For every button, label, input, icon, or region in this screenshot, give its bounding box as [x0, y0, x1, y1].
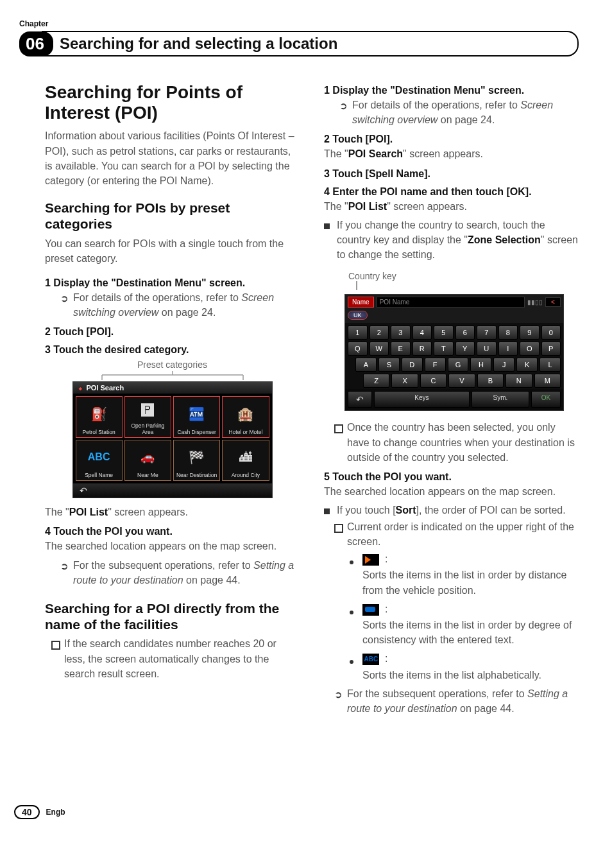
key-z[interactable]: Z: [363, 374, 389, 388]
key-3[interactable]: 3: [391, 326, 411, 340]
key-w[interactable]: W: [370, 342, 389, 356]
key-l[interactable]: L: [540, 358, 561, 372]
step-5-right-after: The searched location appears on the map…: [324, 484, 579, 499]
poi-cell-petrol[interactable]: ⛽Petrol Station: [76, 396, 123, 438]
key-5[interactable]: 5: [434, 326, 454, 340]
sort-alpha-item: ABC :: [350, 651, 579, 666]
country-key-button[interactable]: UK: [348, 311, 368, 320]
step-1-left-detail: For details of the operations, refer to …: [60, 290, 300, 320]
solid-bullet-icon: [324, 219, 337, 233]
key-f[interactable]: F: [425, 358, 446, 372]
arrow-icon: [60, 291, 73, 306]
poi-cell-around[interactable]: 🏙Around City: [222, 440, 269, 482]
key-b[interactable]: B: [477, 374, 504, 388]
poi-cell-neardest[interactable]: 🏁Near Destination: [173, 440, 220, 482]
step-2-right: 2 Touch [POI].: [324, 134, 579, 145]
key-x[interactable]: X: [391, 374, 418, 388]
kbd-sym-button[interactable]: Sym.: [472, 391, 529, 408]
kbd-ok-button[interactable]: OK: [531, 391, 561, 408]
poi-cell-label: Cash Dispenser: [177, 429, 216, 435]
kbd-back-button[interactable]: ↶: [348, 391, 372, 408]
car-icon: 🚗: [140, 442, 155, 473]
poi-cell-parking[interactable]: 🅿Open Parking Area: [124, 396, 171, 438]
key-6[interactable]: 6: [455, 326, 475, 340]
sort-consistency-icon: [362, 604, 379, 616]
current-order-note: Current order is indicated on the upper …: [334, 519, 579, 549]
step-2-left: 2 Touch [POI].: [45, 326, 300, 338]
key-9[interactable]: 9: [520, 326, 540, 340]
key-e[interactable]: E: [391, 342, 411, 356]
poi-search-screen: ⬥ POI Search ⛽Petrol Station 🅿Open Parki…: [72, 381, 273, 498]
poi-cell-cash[interactable]: 🏧Cash Dispenser: [173, 396, 220, 438]
section-heading-poi: Searching for Points of Interest (POI): [45, 82, 300, 123]
step-4-left-detail: For the subsequent operations, refer to …: [60, 558, 300, 587]
key-8[interactable]: 8: [498, 326, 518, 340]
kbd-keys-button[interactable]: Keys: [374, 391, 470, 408]
key-2[interactable]: 2: [370, 326, 389, 340]
poi-cell-label: Petrol Station: [83, 429, 115, 435]
sort-consistency-desc: Sorts the items in the list in order by …: [362, 618, 579, 647]
chapter-number-badge: 06: [19, 31, 53, 56]
kbd-row-2: Q W E R T Y U I O P: [348, 342, 561, 356]
solid-bullet-icon: [324, 504, 337, 518]
arrow-icon: [339, 99, 352, 113]
poi-cell-spell[interactable]: ABCSpell Name: [76, 440, 123, 482]
key-7[interactable]: 7: [477, 326, 497, 340]
poi-cell-label: Around City: [232, 472, 260, 478]
delete-icon[interactable]: <: [545, 297, 561, 307]
subseq-c: on page 44.: [457, 703, 514, 714]
step-4-left-after: The searched location appears on the map…: [45, 539, 300, 553]
poi-cell-hotel[interactable]: 🏨Hotel or Motel: [222, 396, 269, 438]
key-i[interactable]: I: [498, 342, 518, 356]
key-0[interactable]: 0: [541, 326, 561, 340]
key-h[interactable]: H: [470, 358, 491, 372]
kbd-tab-name[interactable]: Name: [348, 297, 374, 308]
square-bullet-icon: [51, 638, 64, 654]
key-d[interactable]: D: [402, 358, 423, 372]
key-c[interactable]: C: [420, 374, 446, 388]
step-4-right: 4 Enter the POI name and then touch [OK]…: [324, 186, 579, 198]
page-footer: 40 Engb: [14, 805, 65, 819]
poi-cell-label: Hotel or Motel: [228, 429, 262, 435]
sort-note: If you touch [Sort], the order of POI ca…: [324, 503, 579, 518]
subseq-a: For the subsequent operations, refer to: [347, 688, 527, 699]
key-1[interactable]: 1: [348, 326, 368, 340]
key-o[interactable]: O: [520, 342, 540, 356]
preset-body: You can search for POIs with a single to…: [45, 236, 300, 266]
key-m[interactable]: M: [534, 374, 561, 388]
poi-cell-nearme[interactable]: 🚗Near Me: [124, 440, 171, 482]
key-n[interactable]: N: [506, 374, 532, 388]
step-1-left: 1 Display the "Destination Menu" screen.: [45, 277, 300, 289]
sort-distance-desc: Sorts the items in the list in order by …: [362, 568, 579, 597]
key-r[interactable]: R: [412, 342, 432, 356]
sort-consistency-item: :: [350, 602, 579, 616]
key-u[interactable]: U: [477, 342, 497, 356]
page-number: 40: [14, 805, 40, 819]
s4-sub-c: on page 44.: [183, 575, 241, 586]
key-a[interactable]: A: [355, 358, 377, 372]
intro-paragraph: Information about various facilities (Po…: [45, 128, 300, 188]
key-v[interactable]: V: [448, 374, 475, 388]
r2-a: The ": [324, 148, 348, 159]
key-j[interactable]: J: [493, 358, 514, 372]
poi-cell-label: Open Parking Area: [126, 422, 170, 435]
key-s[interactable]: S: [378, 358, 400, 372]
sort-a: If you touch [: [337, 505, 396, 516]
poi-cell-label: Near Destination: [176, 472, 217, 478]
key-g[interactable]: G: [448, 358, 469, 372]
zone-selection-note: If you change the country to search, tou…: [324, 218, 579, 263]
back-icon[interactable]: ↶: [80, 485, 87, 496]
language-code: Engb: [46, 808, 65, 817]
round-bullet-icon: [350, 611, 353, 614]
chapter-title: Searching for and selecting a location: [60, 35, 337, 53]
key-k[interactable]: K: [516, 358, 538, 372]
key-y[interactable]: Y: [455, 342, 475, 356]
poi-cell-label: Spell Name: [85, 472, 113, 478]
key-p[interactable]: P: [541, 342, 561, 356]
kbd-input[interactable]: POI Name: [377, 297, 525, 308]
key-4[interactable]: 4: [412, 326, 432, 340]
key-t[interactable]: T: [434, 342, 454, 356]
key-q[interactable]: Q: [348, 342, 368, 356]
after3-b: POI List: [69, 507, 108, 517]
current-order-text: Current order is indicated on the upper …: [347, 519, 579, 549]
